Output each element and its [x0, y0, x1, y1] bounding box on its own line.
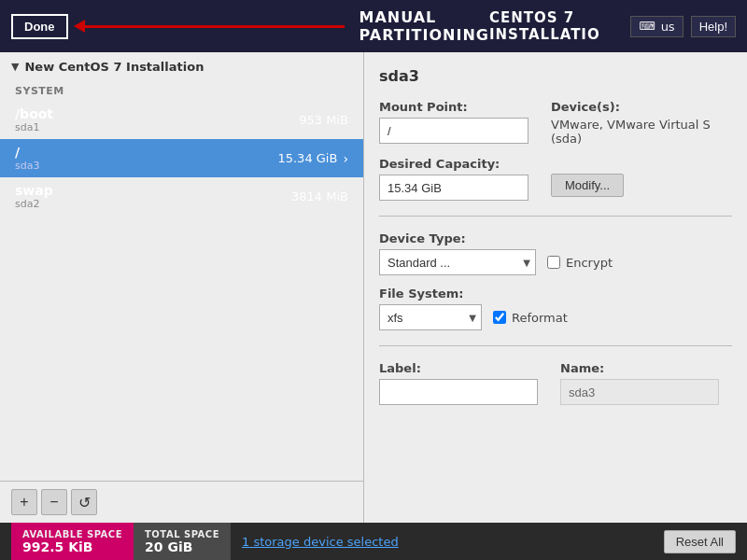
modify-button[interactable]: Modify... [551, 174, 624, 197]
total-space-value: 20 GiB [145, 539, 219, 554]
header: Done MANUAL PARTITIONING CENTOS 7 INSTAL… [0, 0, 747, 52]
partition-list: /boot sda1 953 MiB / sda3 15.34 GiB › [0, 101, 363, 481]
partition-size-boot: 953 MiB [299, 113, 348, 127]
divider1 [379, 216, 732, 217]
header-left: Done MANUAL PARTITIONING [11, 8, 489, 44]
partition-toolbar: + − ↺ [0, 481, 363, 523]
mount-point-label: Mount Point: [379, 100, 529, 114]
partition-mount-boot: /boot [15, 106, 53, 121]
file-system-label: File System: [379, 287, 732, 301]
partition-dev-root: sda3 [15, 160, 39, 172]
device-type-group: Device Type: Standard ... LVM LVM Thin P… [379, 231, 732, 275]
mount-devices-row: Mount Point: Device(s): VMware, VMware V… [379, 100, 732, 146]
remove-partition-button[interactable]: − [41, 489, 67, 515]
triangle-icon: ▼ [11, 61, 19, 73]
reformat-checkbox[interactable] [493, 311, 506, 324]
capacity-label: Desired Capacity: [379, 157, 529, 171]
device-type-label: Device Type: [379, 231, 732, 245]
available-space-label: AVAILABLE SPACE [22, 529, 122, 539]
keyboard-icon: ⌨ [639, 20, 655, 33]
devices-value: VMware, VMware Virtual S (sda) [551, 118, 732, 146]
bottom-bar: AVAILABLE SPACE 992.5 KiB TOTAL SPACE 20… [0, 523, 747, 560]
encrypt-label[interactable]: Encrypt [566, 256, 613, 270]
capacity-modify-row: Desired Capacity: Modify... [379, 157, 732, 201]
partition-dev-swap: sda2 [15, 198, 53, 210]
help-button[interactable]: Help! [691, 16, 736, 37]
divider2 [379, 345, 732, 346]
partition-item-root[interactable]: / sda3 15.34 GiB › [0, 139, 363, 177]
partition-section-title: sda3 [379, 67, 732, 85]
partition-mount-root: / [15, 145, 39, 160]
name-input[interactable] [560, 379, 719, 405]
file-system-group: File System: xfs ext4 ext3 ext2 vfat swa… [379, 287, 732, 330]
label-name-row: Label: Name: [379, 361, 732, 405]
keyboard-selector[interactable]: ⌨ us [630, 16, 683, 37]
partition-size-swap: 3814 MiB [291, 189, 348, 203]
device-type-select[interactable]: Standard ... LVM LVM Thin Provisioning B… [379, 249, 536, 275]
total-space-label: TOTAL SPACE [145, 529, 219, 539]
keyboard-locale: us [661, 20, 675, 34]
arrow-indicator [83, 25, 345, 28]
partition-mount-swap: swap [15, 183, 53, 198]
chevron-right-icon: › [343, 151, 348, 166]
device-type-row: Standard ... LVM LVM Thin Provisioning B… [379, 249, 732, 275]
file-system-row: xfs ext4 ext3 ext2 vfat swap biosboot ▼ … [379, 304, 732, 330]
encrypt-checkbox[interactable] [547, 256, 560, 269]
main-area: ▼ New CentOS 7 Installation SYSTEM /boot… [0, 52, 747, 523]
reset-all-button[interactable]: Reset All [664, 530, 736, 553]
available-space-box: AVAILABLE SPACE 992.5 KiB [11, 523, 134, 560]
left-panel: ▼ New CentOS 7 Installation SYSTEM /boot… [0, 52, 364, 523]
mount-point-input[interactable] [379, 118, 529, 144]
partition-left-info-swap: swap sda2 [15, 183, 53, 210]
mount-point-group: Mount Point: [379, 100, 529, 144]
system-label: SYSTEM [0, 81, 363, 101]
partition-item-swap[interactable]: swap sda2 3814 MiB [0, 177, 363, 216]
devices-group: Device(s): VMware, VMware Virtual S (sda… [551, 100, 732, 146]
partition-left-info-root: / sda3 [15, 145, 39, 172]
label-input[interactable] [379, 379, 538, 405]
available-space-value: 992.5 KiB [22, 539, 122, 554]
partition-left-info-boot: /boot sda1 [15, 106, 53, 133]
label-field-label: Label: [379, 361, 538, 375]
label-group: Label: [379, 361, 538, 405]
file-system-select-wrapper: xfs ext4 ext3 ext2 vfat swap biosboot ▼ [379, 304, 482, 330]
refresh-button[interactable]: ↺ [71, 489, 97, 515]
arrow-line-bar [83, 25, 345, 28]
installation-header: ▼ New CentOS 7 Installation [0, 52, 363, 81]
reformat-checkbox-row: Reformat [493, 311, 568, 325]
done-button[interactable]: Done [11, 14, 68, 39]
partition-item-boot[interactable]: /boot sda1 953 MiB [0, 101, 363, 139]
reformat-label[interactable]: Reformat [512, 311, 568, 325]
partition-dev-boot: sda1 [15, 121, 53, 133]
name-field-label: Name: [560, 361, 719, 375]
right-panel: sda3 Mount Point: Device(s): VMware, VMw… [364, 52, 747, 523]
page-title: MANUAL PARTITIONING [359, 8, 489, 44]
capacity-input[interactable] [379, 175, 529, 201]
header-right: CENTOS 7 INSTALLATIO ⌨ us Help! [489, 9, 736, 43]
total-space-box: TOTAL SPACE 20 GiB [134, 523, 231, 560]
app-title: CENTOS 7 INSTALLATIO [489, 9, 623, 43]
devices-label: Device(s): [551, 100, 732, 114]
capacity-group: Desired Capacity: [379, 157, 529, 201]
installation-title: New CentOS 7 Installation [24, 60, 204, 74]
add-partition-button[interactable]: + [11, 489, 37, 515]
name-group: Name: [560, 361, 719, 405]
partition-size-root: 15.34 GiB › [277, 151, 348, 166]
encrypt-checkbox-row: Encrypt [547, 256, 613, 270]
device-type-select-wrapper: Standard ... LVM LVM Thin Provisioning B… [379, 249, 536, 275]
file-system-select[interactable]: xfs ext4 ext3 ext2 vfat swap biosboot [379, 304, 482, 330]
storage-device-link[interactable]: 1 storage device selected [242, 535, 399, 549]
